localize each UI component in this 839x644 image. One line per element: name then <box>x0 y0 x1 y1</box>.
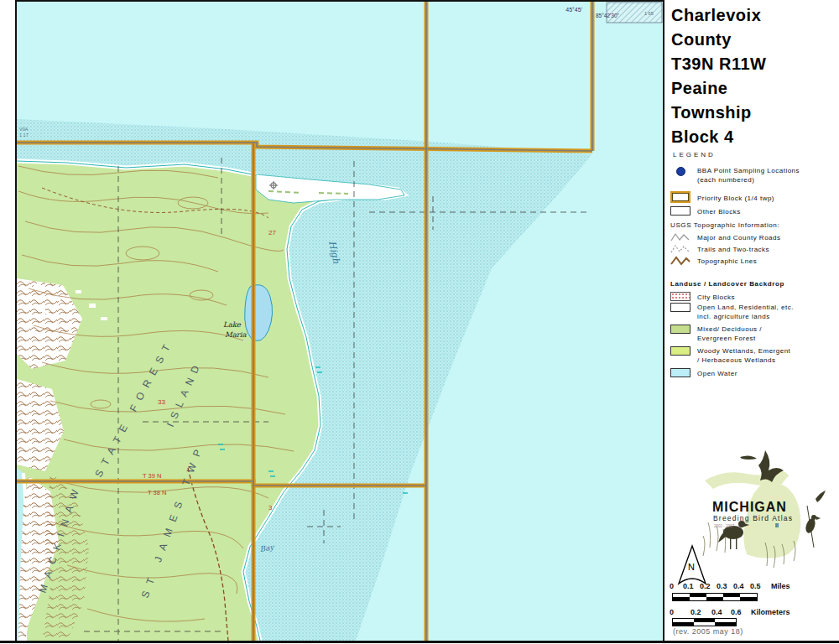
trails-line-icon <box>670 244 691 254</box>
miles-tick-3: 0.3 <box>717 582 727 590</box>
wetland-swatch <box>670 346 690 356</box>
north-label: N <box>688 562 695 572</box>
legend-item-other-blocks: Other Blocks <box>670 206 741 216</box>
miles-tick-0: 0 <box>670 582 674 590</box>
legend-item-forest: Mixed/ Deciduous / Evergreen Forest <box>670 325 762 343</box>
miles-tick-2: 0.2 <box>700 582 711 590</box>
landuse-heading: Landuse / Landcover Backdrop <box>670 280 784 288</box>
roads-line-icon <box>670 232 691 242</box>
wetland-line1: Woody Wetlands, Emergent <box>697 347 790 355</box>
roads-label: Major and County Roads <box>697 233 781 242</box>
usgs-heading: USGS Topographic Information: <box>670 221 779 229</box>
priority-block-swatch <box>670 191 690 203</box>
township-38: T 38 N <box>148 489 166 496</box>
hawk-wing-icon <box>740 455 757 460</box>
map-sheet: 45°45' 85°42'30" 1 65 V0A 1 17 MACKINAW … <box>0 0 839 644</box>
priority-block-label: Priority Block (1/4 twp) <box>697 194 774 203</box>
edge-note-1: V0A <box>19 127 29 132</box>
city-blocks-swatch <box>670 292 690 301</box>
topo-label: Topographic Lnes <box>697 257 757 266</box>
open-land-line2: incl. agriculture lands <box>697 313 770 320</box>
wetland-line2: / Herbaceous Wetlands <box>697 356 776 364</box>
forest-line2: Evergreen Forest <box>697 335 756 342</box>
logo-name: MICHIGAN <box>712 500 787 514</box>
km-unit: Kilometers <box>751 608 790 616</box>
bottom-border <box>0 641 839 643</box>
section-27: 27 <box>268 229 276 236</box>
legend-item-open-land: Open Land, Residential, etc. incl. agric… <box>670 303 794 321</box>
miles-ticks: 0 0.1 0.2 0.3 0.4 0.5 Miles <box>669 582 836 590</box>
other-blocks-swatch <box>670 206 690 216</box>
trails-label: Trails and Two-tracks <box>697 245 769 254</box>
km-scale-bar <box>672 618 737 626</box>
km-tick-3: 0.6 <box>731 608 742 616</box>
km-tick-1: 0.2 <box>690 608 701 616</box>
legend-item-topo-lines: Topographic Lnes <box>670 256 757 266</box>
township-39: T 39 N <box>143 472 161 480</box>
miles-unit: Miles <box>771 582 790 590</box>
logo-subtitle: Breeding Bird Atlas <box>713 514 793 522</box>
miles-tick-4: 0.4 <box>733 582 744 590</box>
section-33: 33 <box>158 398 165 406</box>
other-blocks-label: Other Blocks <box>697 207 741 216</box>
legend-heading: LEGEND <box>673 151 716 158</box>
city-blocks-label: City Blocks <box>697 293 735 302</box>
map-canvas: 45°45' 85°42'30" 1 65 V0A 1 17 MACKINAW … <box>17 2 663 641</box>
legend-item-wetlands: Woody Wetlands, Emergent / Herbaceous We… <box>670 346 790 365</box>
legend-item-roads: Major and County Roads <box>670 232 781 242</box>
label-maria: Maria <box>225 330 248 339</box>
legend-item-trails: Trails and Two-tracks <box>670 244 769 254</box>
section-3: 3 <box>268 504 273 512</box>
bba-label-line2: (each numbered) <box>697 176 754 184</box>
forest-line1: Mixed/ Deciduous / <box>697 325 762 333</box>
open-water-label: Open Water <box>697 369 737 378</box>
legend-item-bba-points: BBA Point Sampling Locations (each numbe… <box>670 166 800 184</box>
km-tick-2: 0.4 <box>711 608 722 616</box>
revision-note: (rev. 2005 may 18) <box>673 627 743 636</box>
map-title: Charlevoix County T39N R11W Peaine Towns… <box>671 3 766 149</box>
logo-years: 2002 - 2007 <box>714 524 735 528</box>
legend-item-city-blocks: City Blocks <box>670 292 735 302</box>
open-water-swatch <box>670 368 690 377</box>
spot-elevation: 1 65 <box>644 11 654 16</box>
forest-swatch <box>670 325 690 334</box>
topographic-map: 45°45' 85°42'30" 1 65 V0A 1 17 MACKINAW … <box>15 0 664 642</box>
coord-lon: 85°42'30" <box>596 13 620 18</box>
label-lake: Lake <box>223 320 242 329</box>
miles-scale-bar <box>672 593 758 601</box>
km-ticks: 0 0.2 0.4 0.6 Kilometers <box>669 608 836 616</box>
km-tick-0: 0 <box>670 608 674 616</box>
open-land-swatch <box>670 303 690 312</box>
bba-label-line1: BBA Point Sampling Locations <box>697 167 800 174</box>
topo-line-icon <box>670 256 691 266</box>
miles-tick-5: 0.5 <box>750 582 761 590</box>
coord-lat: 45°45' <box>565 7 582 13</box>
open-land-line1: Open Land, Residential, etc. <box>697 304 794 311</box>
legend-panel: Charlevoix County T39N R11W Peaine Towns… <box>666 0 839 642</box>
bba-point-icon <box>676 167 685 176</box>
legend-item-open-water: Open Water <box>670 368 737 378</box>
legend-item-priority-block: Priority Block (1/4 twp) <box>670 191 774 203</box>
perched-bird-icon <box>804 491 826 548</box>
logo-numeral: II <box>775 522 779 528</box>
edge-note-2: 1 17 <box>19 132 29 138</box>
miles-tick-1: 0.1 <box>683 582 694 590</box>
